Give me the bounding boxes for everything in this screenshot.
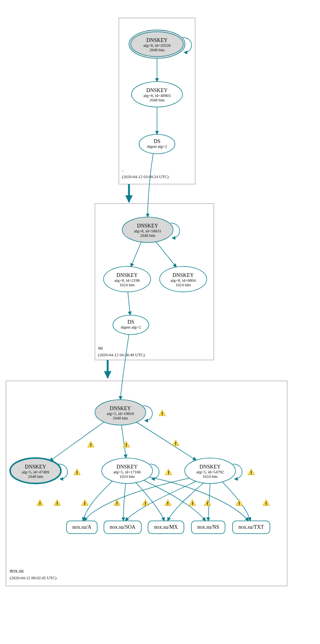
warning-icon [204,500,211,506]
node-su-ksk-alg: alg=8, id=58831 [134,229,161,233]
node-nox-ksk-alg: alg=5, id=19816 [107,411,134,416]
node-su-ds-alg: digest alg=2 [121,325,141,329]
rrset-ns[interactable]: nox.su/NS [191,521,225,534]
node-nox-47469-bits: 2048 bits [28,474,43,479]
edge-rootds-suksk [148,153,153,217]
warning-icon [142,500,149,506]
warning-icon [189,500,196,506]
edge-noxksk-54792 [136,422,196,460]
node-nox-47469-alg: alg=5, id=47469 [22,470,49,474]
rrset-mx-label: nox.su/MX [154,524,178,530]
warning-icon [165,469,172,476]
node-nox-54792-alg: alg=5, id=54792 [197,470,224,474]
dnssec-graph: ! . (2020-04-12 03:08:24 UTC) DNSKEY alg… [0,0,320,644]
node-root-ds-alg: digest alg=2 [147,144,167,149]
edge-17166-soa [123,483,126,521]
warning-icon [159,410,166,416]
warning-icon [54,500,61,506]
zone-label-su: su [98,345,102,351]
node-root-ksk-title: DNSKEY [147,37,168,43]
node-root-zsk[interactable]: DNSKEY alg=8, id=48903 2048 bits [132,82,182,107]
node-su-zsk2-title: DNSKEY [173,272,194,278]
node-root-ksk-alg: alg=8, id=20326 [144,43,171,48]
edge-17166-a [83,481,112,521]
warning-icon [37,500,43,506]
node-root-ds-title: DS [154,138,160,144]
node-su-zsk1[interactable]: DNSKEY alg=8, id=2196 1024 bits [104,266,151,292]
edge-noxksk-17166 [121,425,126,458]
edge-suksk-suzsk2 [156,241,176,267]
node-nox-ksk-title: DNSKEY [110,406,131,411]
node-su-zsk1-title: DNSKEY [117,272,138,278]
node-nox-54792-title: DNSKEY [200,464,221,470]
node-nox-17166-alg: alg=5, id=17166 [114,470,141,474]
zone-time-noxsu: (2020-04-12 08:02:45 UTC) [10,576,57,580]
rrset-a-label: nox.su/A [73,524,92,530]
node-nox-47469-title: DNSKEY [25,464,46,470]
warning-icon [263,500,270,506]
edge-54792-txt [222,482,250,521]
node-su-ksk[interactable]: DNSKEY alg=8, id=58831 2048 bits [122,217,173,242]
node-su-zsk2-bits: 1024 bits [176,283,191,287]
node-nox-17166-title: DNSKEY [117,464,138,470]
warning-icon [236,500,243,506]
node-root-zsk-bits: 2048 bits [150,98,165,102]
node-root-zsk-title: DNSKEY [147,88,168,93]
node-su-zsk1-alg: alg=8, id=2196 [114,278,140,283]
rrset-txt[interactable]: nox.su/TXT [233,521,270,534]
edge-noxksk-47469 [50,422,104,461]
node-su-zsk2[interactable]: DNSKEY alg=8, id=6804 1024 bits [160,266,207,292]
warning-icon [248,469,255,476]
edge-17166-ns [144,480,206,521]
node-root-ksk[interactable]: DNSKEY alg=8, id=20326 2048 bits [129,30,185,58]
node-nox-17166-bits: 1024 bits [120,474,135,479]
warning-icon [74,469,80,476]
node-root-zsk-alg: alg=8, id=48903 [144,93,171,98]
zone-time-root: (2020-04-12 03:08:24 UTC) [122,174,169,179]
zone-time-su: (2020-04-12 04:36:48 UTC) [98,352,145,357]
node-root-ksk-bits: 2048 bits [150,48,165,52]
node-su-ds-title: DS [127,319,134,325]
zone-label-noxsu: nox.su [10,568,24,574]
edge-54792-soa [125,481,196,521]
warning-icon [164,500,171,506]
edge-suksk-suzsk1 [131,242,141,267]
node-nox-54792-bits: 1024 bits [203,474,218,479]
edge-suzsk1-suds [128,292,130,315]
node-nox-ksk[interactable]: DNSKEY alg=5, id=19816 2048 bits [95,400,146,425]
node-su-zsk2-alg: alg=8, id=6804 [170,278,196,283]
node-su-ds[interactable]: DS digest alg=2 [113,315,149,335]
rrset-txt-label: nox.su/TXT [239,524,264,530]
node-nox-17166[interactable]: DNSKEY alg=5, id=17166 1024 bits [102,458,153,483]
rrset-soa-label: nox.su/SOA [110,524,136,530]
zone-box-noxsu [6,381,287,586]
warning-icon [81,500,88,506]
edge-suds-noxksk [120,334,129,400]
node-nox-54792[interactable]: DNSKEY alg=5, id=54792 1024 bits [185,458,236,483]
node-root-ds[interactable]: DS digest alg=2 [139,134,175,154]
edge-54792-a [84,478,189,521]
node-su-zsk1-bits: 1024 bits [120,283,135,287]
rrset-soa[interactable]: nox.su/SOA [104,521,141,534]
node-su-ksk-title: DNSKEY [137,223,159,229]
rrset-mx[interactable]: nox.su/MX [148,521,184,534]
rrset-a[interactable]: nox.su/A [67,521,97,534]
node-su-ksk-bits: 2048 bits [140,233,156,238]
edge-54792-mx [167,483,204,521]
rrset-ns-label: nox.su/NS [197,524,219,530]
warning-icon [172,440,179,446]
zone-label-root: . [122,167,123,173]
node-nox-47469[interactable]: DNSKEY alg=5, id=47469 2048 bits [10,458,61,483]
warning-icon [87,441,94,448]
node-nox-ksk-bits: 2048 bits [113,416,128,420]
